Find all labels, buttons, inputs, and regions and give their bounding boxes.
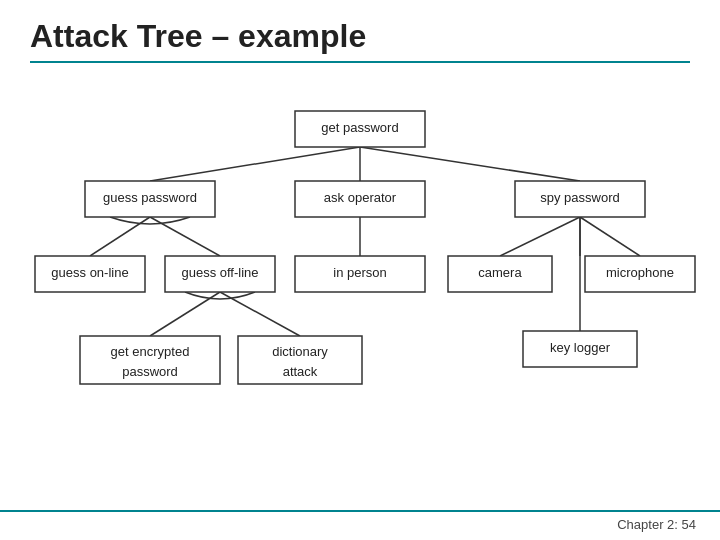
tree-container: get password guess password ask operator… <box>0 71 720 471</box>
node-dictionary-attack-label-line1: dictionary <box>272 344 328 359</box>
node-root-label: get password <box>321 120 398 135</box>
node-microphone-label: microphone <box>606 265 674 280</box>
svg-line-0 <box>150 147 360 181</box>
svg-line-3 <box>90 217 150 256</box>
attack-tree-diagram: get password guess password ask operator… <box>20 81 700 471</box>
page: Attack Tree – example <box>0 0 720 540</box>
node-guess-offline-label: guess off-line <box>181 265 258 280</box>
node-spy-password-label: spy password <box>540 190 619 205</box>
node-in-person-label: in person <box>333 265 386 280</box>
title-area: Attack Tree – example <box>0 0 720 71</box>
node-key-logger-label: key logger <box>550 340 611 355</box>
svg-line-7 <box>580 217 640 256</box>
node-ask-operator-label: ask operator <box>324 190 397 205</box>
page-title: Attack Tree – example <box>30 18 690 55</box>
node-dictionary-attack-label-line2: attack <box>283 364 318 379</box>
node-get-encrypted-label-line2: password <box>122 364 178 379</box>
svg-line-6 <box>500 217 580 256</box>
node-guess-password-label: guess password <box>103 190 197 205</box>
svg-line-2 <box>360 147 580 181</box>
bottom-divider <box>0 510 720 512</box>
title-divider <box>30 61 690 63</box>
footer-text: Chapter 2: 54 <box>617 517 696 532</box>
node-guess-online-label: guess on-line <box>51 265 128 280</box>
node-camera-label: camera <box>478 265 522 280</box>
node-get-encrypted-label-line1: get encrypted <box>111 344 190 359</box>
